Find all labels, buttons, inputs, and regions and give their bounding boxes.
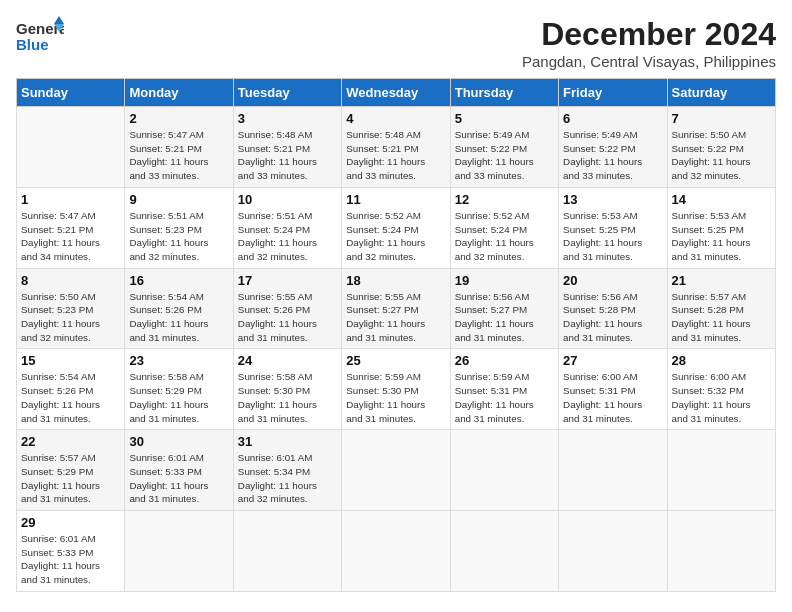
calendar-cell: 18Sunrise: 5:55 AM Sunset: 5:27 PM Dayli… [342, 268, 450, 349]
calendar-week-6: 29Sunrise: 6:01 AM Sunset: 5:33 PM Dayli… [17, 511, 776, 592]
calendar-header: SundayMondayTuesdayWednesdayThursdayFrid… [17, 79, 776, 107]
calendar-week-1: 2Sunrise: 5:47 AM Sunset: 5:21 PM Daylig… [17, 107, 776, 188]
calendar-week-4: 15Sunrise: 5:54 AM Sunset: 5:26 PM Dayli… [17, 349, 776, 430]
calendar-cell: 27Sunrise: 6:00 AM Sunset: 5:31 PM Dayli… [559, 349, 667, 430]
day-number: 22 [21, 434, 120, 449]
day-number: 1 [21, 192, 120, 207]
calendar-cell: 25Sunrise: 5:59 AM Sunset: 5:30 PM Dayli… [342, 349, 450, 430]
calendar-cell: 22Sunrise: 5:57 AM Sunset: 5:29 PM Dayli… [17, 430, 125, 511]
day-info: Sunrise: 5:49 AM Sunset: 5:22 PM Dayligh… [455, 128, 554, 183]
calendar-week-2: 1Sunrise: 5:47 AM Sunset: 5:21 PM Daylig… [17, 187, 776, 268]
calendar-cell: 2Sunrise: 5:47 AM Sunset: 5:21 PM Daylig… [125, 107, 233, 188]
day-number: 4 [346, 111, 445, 126]
calendar-cell [342, 511, 450, 592]
title-block: December 2024 Pangdan, Central Visayas, … [522, 16, 776, 70]
day-info: Sunrise: 5:51 AM Sunset: 5:24 PM Dayligh… [238, 209, 337, 264]
day-info: Sunrise: 5:55 AM Sunset: 5:26 PM Dayligh… [238, 290, 337, 345]
day-number: 31 [238, 434, 337, 449]
calendar-cell: 7Sunrise: 5:50 AM Sunset: 5:22 PM Daylig… [667, 107, 775, 188]
day-info: Sunrise: 5:52 AM Sunset: 5:24 PM Dayligh… [455, 209, 554, 264]
day-info: Sunrise: 5:51 AM Sunset: 5:23 PM Dayligh… [129, 209, 228, 264]
day-info: Sunrise: 5:53 AM Sunset: 5:25 PM Dayligh… [563, 209, 662, 264]
day-number: 3 [238, 111, 337, 126]
calendar-cell: 30Sunrise: 6:01 AM Sunset: 5:33 PM Dayli… [125, 430, 233, 511]
day-number: 18 [346, 273, 445, 288]
day-info: Sunrise: 5:56 AM Sunset: 5:27 PM Dayligh… [455, 290, 554, 345]
day-info: Sunrise: 5:54 AM Sunset: 5:26 PM Dayligh… [21, 370, 120, 425]
header-day-sunday: Sunday [17, 79, 125, 107]
day-info: Sunrise: 5:47 AM Sunset: 5:21 PM Dayligh… [129, 128, 228, 183]
calendar-cell: 19Sunrise: 5:56 AM Sunset: 5:27 PM Dayli… [450, 268, 558, 349]
calendar-cell: 29Sunrise: 6:01 AM Sunset: 5:33 PM Dayli… [17, 511, 125, 592]
day-info: Sunrise: 5:50 AM Sunset: 5:22 PM Dayligh… [672, 128, 771, 183]
calendar-cell: 31Sunrise: 6:01 AM Sunset: 5:34 PM Dayli… [233, 430, 341, 511]
day-number: 12 [455, 192, 554, 207]
day-info: Sunrise: 5:54 AM Sunset: 5:26 PM Dayligh… [129, 290, 228, 345]
calendar-cell: 24Sunrise: 5:58 AM Sunset: 5:30 PM Dayli… [233, 349, 341, 430]
day-number: 11 [346, 192, 445, 207]
calendar-cell: 28Sunrise: 6:00 AM Sunset: 5:32 PM Dayli… [667, 349, 775, 430]
logo: General Blue [16, 16, 68, 56]
day-number: 19 [455, 273, 554, 288]
day-number: 28 [672, 353, 771, 368]
day-number: 21 [672, 273, 771, 288]
day-number: 6 [563, 111, 662, 126]
calendar-cell [559, 511, 667, 592]
header-day-saturday: Saturday [667, 79, 775, 107]
calendar-cell: 13Sunrise: 5:53 AM Sunset: 5:25 PM Dayli… [559, 187, 667, 268]
day-info: Sunrise: 6:01 AM Sunset: 5:33 PM Dayligh… [21, 532, 120, 587]
day-info: Sunrise: 5:57 AM Sunset: 5:29 PM Dayligh… [21, 451, 120, 506]
location-subtitle: Pangdan, Central Visayas, Philippines [522, 53, 776, 70]
day-info: Sunrise: 5:49 AM Sunset: 5:22 PM Dayligh… [563, 128, 662, 183]
header-day-tuesday: Tuesday [233, 79, 341, 107]
calendar-cell: 15Sunrise: 5:54 AM Sunset: 5:26 PM Dayli… [17, 349, 125, 430]
day-number: 2 [129, 111, 228, 126]
calendar-cell [450, 511, 558, 592]
calendar-cell: 1Sunrise: 5:47 AM Sunset: 5:21 PM Daylig… [17, 187, 125, 268]
day-number: 17 [238, 273, 337, 288]
calendar-cell [559, 430, 667, 511]
day-number: 5 [455, 111, 554, 126]
day-number: 15 [21, 353, 120, 368]
day-number: 10 [238, 192, 337, 207]
day-info: Sunrise: 5:55 AM Sunset: 5:27 PM Dayligh… [346, 290, 445, 345]
calendar-cell [125, 511, 233, 592]
calendar-cell: 10Sunrise: 5:51 AM Sunset: 5:24 PM Dayli… [233, 187, 341, 268]
day-number: 26 [455, 353, 554, 368]
calendar-cell: 20Sunrise: 5:56 AM Sunset: 5:28 PM Dayli… [559, 268, 667, 349]
day-info: Sunrise: 6:01 AM Sunset: 5:33 PM Dayligh… [129, 451, 228, 506]
calendar-table: SundayMondayTuesdayWednesdayThursdayFrid… [16, 78, 776, 592]
calendar-cell [342, 430, 450, 511]
day-info: Sunrise: 5:59 AM Sunset: 5:30 PM Dayligh… [346, 370, 445, 425]
day-number: 20 [563, 273, 662, 288]
day-number: 13 [563, 192, 662, 207]
calendar-cell [667, 511, 775, 592]
day-number: 14 [672, 192, 771, 207]
calendar-cell: 8Sunrise: 5:50 AM Sunset: 5:23 PM Daylig… [17, 268, 125, 349]
header-day-monday: Monday [125, 79, 233, 107]
header-day-thursday: Thursday [450, 79, 558, 107]
header-row: SundayMondayTuesdayWednesdayThursdayFrid… [17, 79, 776, 107]
day-info: Sunrise: 5:52 AM Sunset: 5:24 PM Dayligh… [346, 209, 445, 264]
day-info: Sunrise: 5:53 AM Sunset: 5:25 PM Dayligh… [672, 209, 771, 264]
day-number: 24 [238, 353, 337, 368]
day-info: Sunrise: 5:50 AM Sunset: 5:23 PM Dayligh… [21, 290, 120, 345]
header-day-wednesday: Wednesday [342, 79, 450, 107]
day-info: Sunrise: 5:47 AM Sunset: 5:21 PM Dayligh… [21, 209, 120, 264]
day-info: Sunrise: 5:59 AM Sunset: 5:31 PM Dayligh… [455, 370, 554, 425]
calendar-cell: 3Sunrise: 5:48 AM Sunset: 5:21 PM Daylig… [233, 107, 341, 188]
day-info: Sunrise: 5:48 AM Sunset: 5:21 PM Dayligh… [238, 128, 337, 183]
calendar-cell: 12Sunrise: 5:52 AM Sunset: 5:24 PM Dayli… [450, 187, 558, 268]
day-info: Sunrise: 6:01 AM Sunset: 5:34 PM Dayligh… [238, 451, 337, 506]
day-info: Sunrise: 5:58 AM Sunset: 5:29 PM Dayligh… [129, 370, 228, 425]
day-info: Sunrise: 5:56 AM Sunset: 5:28 PM Dayligh… [563, 290, 662, 345]
calendar-cell: 14Sunrise: 5:53 AM Sunset: 5:25 PM Dayli… [667, 187, 775, 268]
calendar-cell: 16Sunrise: 5:54 AM Sunset: 5:26 PM Dayli… [125, 268, 233, 349]
calendar-cell: 23Sunrise: 5:58 AM Sunset: 5:29 PM Dayli… [125, 349, 233, 430]
calendar-cell: 21Sunrise: 5:57 AM Sunset: 5:28 PM Dayli… [667, 268, 775, 349]
calendar-cell [17, 107, 125, 188]
calendar-cell [667, 430, 775, 511]
day-info: Sunrise: 6:00 AM Sunset: 5:32 PM Dayligh… [672, 370, 771, 425]
day-info: Sunrise: 5:57 AM Sunset: 5:28 PM Dayligh… [672, 290, 771, 345]
calendar-cell: 5Sunrise: 5:49 AM Sunset: 5:22 PM Daylig… [450, 107, 558, 188]
